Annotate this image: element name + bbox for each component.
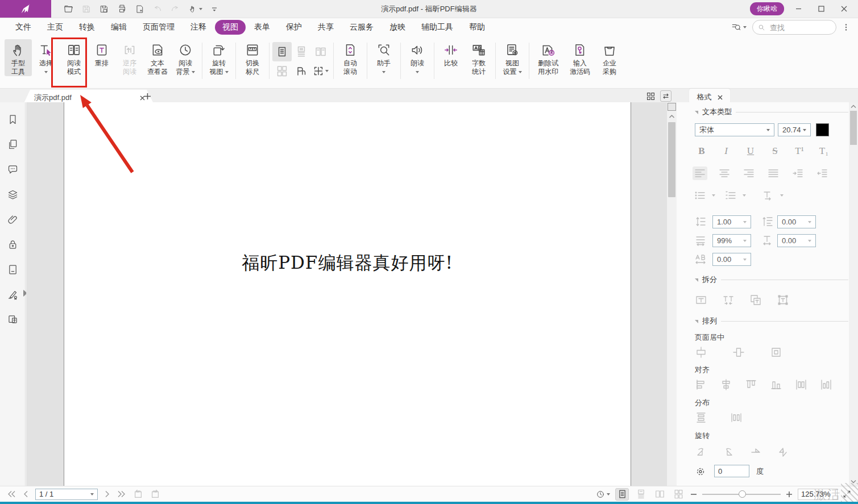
justify-button[interactable] <box>766 166 781 180</box>
status-continuous-button[interactable] <box>634 488 648 501</box>
increase-indent-button[interactable] <box>790 166 805 180</box>
align-objects-top-button[interactable] <box>744 378 758 391</box>
menu-present[interactable]: 放映 <box>382 20 413 35</box>
align-objects-bottom-button[interactable] <box>769 378 784 391</box>
section-collapse-icon[interactable] <box>695 111 698 114</box>
maximize-button[interactable] <box>813 2 830 16</box>
format-panel-close-icon[interactable] <box>718 95 723 100</box>
word-count-button[interactable]: 字数 统计 <box>465 39 492 76</box>
page-thumbnails-icon[interactable] <box>7 139 19 151</box>
search-input[interactable] <box>769 23 816 32</box>
rotate-left-button[interactable] <box>694 445 708 459</box>
section-collapse-icon[interactable] <box>695 320 698 323</box>
menu-page-management[interactable]: 页面管理 <box>135 20 182 35</box>
align-center-button[interactable] <box>717 166 732 180</box>
bullet-list-button[interactable] <box>693 189 707 202</box>
menu-view[interactable]: 视图 <box>215 20 246 35</box>
remove-trial-watermark-button[interactable]: 删除试 用水印 <box>532 39 564 76</box>
toggle-ruler-button[interactable]: 切换 标尺 <box>239 39 266 76</box>
strikethrough-button[interactable]: S <box>768 145 782 157</box>
activation-code-button[interactable]: 输入 激活码 <box>565 39 595 76</box>
assistant-button[interactable]: 助手 <box>370 39 397 76</box>
rotate-angle-input[interactable] <box>714 465 749 477</box>
status-continuous-facing-button[interactable] <box>672 488 685 501</box>
reflow-button[interactable]: 重排 <box>88 39 115 68</box>
line-spacing-select[interactable]: 1.00 <box>712 215 751 228</box>
horizontal-scale-select[interactable]: 99% <box>712 234 751 247</box>
decrease-indent-button[interactable] <box>815 166 830 180</box>
document-scrollbar[interactable] <box>667 102 677 486</box>
close-button[interactable] <box>835 2 852 16</box>
text-box-bounds-button[interactable] <box>776 293 790 307</box>
distribute-horizontally-button[interactable] <box>729 411 744 424</box>
compare-button[interactable]: 比较 <box>437 39 465 68</box>
first-page-button[interactable] <box>7 490 16 498</box>
document-text[interactable]: 福昕PDF编辑器真好用呀! <box>64 251 631 275</box>
bold-button[interactable]: B <box>695 145 708 157</box>
fullscreen-button[interactable] <box>843 490 851 498</box>
link-text-boxes-button[interactable] <box>748 293 763 307</box>
split-view-button[interactable] <box>311 61 330 81</box>
redo-icon[interactable] <box>171 5 180 14</box>
character-spacing-select[interactable]: 0.00 <box>777 234 816 247</box>
flip-vertical-button[interactable] <box>776 445 790 459</box>
menu-accessibility[interactable]: 辅助工具 <box>414 20 461 35</box>
font-color-swatch[interactable] <box>816 123 829 136</box>
reading-mode-button[interactable]: 阅读 模式 <box>60 39 88 76</box>
view-settings-button[interactable]: 视图 设置 <box>499 39 526 76</box>
page-number-select[interactable]: 1 / 1 <box>35 489 98 500</box>
search-filter-icon[interactable] <box>731 22 747 32</box>
enterprise-purchase-button[interactable]: 企业 采购 <box>596 39 623 76</box>
split-cells-button[interactable] <box>694 293 708 307</box>
select-tool-button[interactable]: 选择 <box>32 39 60 76</box>
zoom-in-button[interactable] <box>786 491 793 498</box>
search-box[interactable] <box>752 20 836 35</box>
next-page-button[interactable] <box>105 490 110 498</box>
menu-cloud[interactable]: 云服务 <box>342 20 381 35</box>
numbered-list-button[interactable] <box>723 189 738 202</box>
reading-background-status-icon[interactable] <box>596 490 610 499</box>
scrollbar-thumb[interactable] <box>668 122 675 197</box>
distribute-vertically-button[interactable] <box>694 411 708 424</box>
tab-switch-icon[interactable] <box>660 90 672 102</box>
panel-scroll-down-icon[interactable] <box>851 480 856 484</box>
attachments-panel-icon[interactable] <box>7 214 19 226</box>
menu-protect[interactable]: 保护 <box>279 20 309 35</box>
menu-convert[interactable]: 转换 <box>72 20 102 35</box>
status-facing-button[interactable] <box>653 488 666 501</box>
continuous-facing-layout-button[interactable] <box>272 61 292 81</box>
print-icon[interactable] <box>117 4 127 14</box>
customize-toolbar-icon[interactable] <box>211 6 218 13</box>
align-left-button[interactable] <box>693 166 707 180</box>
font-size-select[interactable]: 20.74 <box>778 123 811 136</box>
menu-file[interactable]: 文件 <box>8 20 39 35</box>
menu-comment[interactable]: 注释 <box>183 20 214 35</box>
align-right-button[interactable] <box>741 166 756 180</box>
pdf-page[interactable]: 福昕PDF编辑器真好用呀! <box>64 102 631 486</box>
text-viewer-button[interactable]: 文本 查看器 <box>144 39 171 76</box>
menu-help[interactable]: 帮助 <box>462 20 492 35</box>
minimize-button[interactable] <box>790 2 807 16</box>
app-logo[interactable] <box>0 0 51 18</box>
save-as-icon[interactable] <box>100 5 109 14</box>
reading-background-button[interactable]: 阅读 背景 <box>172 39 199 76</box>
zoom-slider-knob[interactable] <box>739 490 746 498</box>
document-workspace[interactable]: 福昕PDF编辑器真好用呀! <box>26 102 677 486</box>
destinations-panel-icon[interactable] <box>7 264 19 276</box>
menu-home[interactable]: 主页 <box>40 20 71 35</box>
linked-pages-panel-icon[interactable] <box>7 314 19 326</box>
auto-scroll-button[interactable]: 自动 滚动 <box>337 39 364 76</box>
account-badge[interactable]: 你瞅啥 <box>750 2 784 15</box>
previous-view-button[interactable] <box>133 489 143 499</box>
single-page-layout-button[interactable] <box>272 42 292 61</box>
more-menu-icon[interactable] <box>842 23 850 31</box>
menu-form[interactable]: 表单 <box>247 20 277 35</box>
touch-mode-icon[interactable] <box>188 5 202 14</box>
next-view-button[interactable] <box>150 489 160 499</box>
last-page-button[interactable] <box>117 490 126 498</box>
center-horizontally-button[interactable] <box>694 345 708 359</box>
zoom-level-input[interactable]: 125.73% <box>798 489 838 500</box>
new-tab-button[interactable] <box>143 92 152 101</box>
hand-tool-button[interactable]: 手型 工具 <box>5 39 32 76</box>
panel-scrollbar[interactable] <box>849 102 858 486</box>
